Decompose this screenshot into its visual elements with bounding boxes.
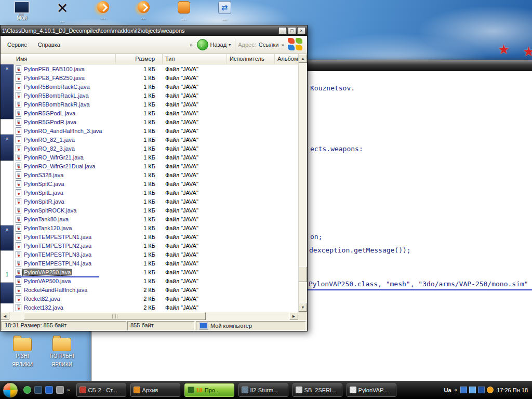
quick-launch-icon[interactable] xyxy=(56,386,64,394)
column-header-artist[interactable]: Исполнитель xyxy=(227,54,275,64)
file-row[interactable]: PylonS328.java 1 КБ Файл "JAVA" xyxy=(1,170,298,179)
file-name-cell: PylonRO_WfrGr21Dual.java xyxy=(1,163,116,170)
vertical-scroll-track[interactable] xyxy=(299,63,307,303)
tray-icon[interactable] xyxy=(460,387,467,393)
file-row[interactable]: PylonPE8_FAB250.java 1 КБ Файл "JAVA" xyxy=(1,73,298,82)
file-row[interactable]: PylonVAP250.java 1 КБ Файл "JAVA" xyxy=(1,268,298,276)
scroll-left-arrow[interactable] xyxy=(1,312,9,320)
file-row[interactable]: PylonRO_WfrGr21Dual.java 1 КБ Файл "JAVA… xyxy=(1,162,298,170)
desktop-folder-icon[interactable]: ПОТРІБНІ ЯРЛИКИ xyxy=(46,338,78,368)
taskbar-button[interactable]: PylonVAP... xyxy=(347,383,396,397)
star-icon[interactable] xyxy=(523,44,532,60)
horizontal-scrollbar-thumb[interactable] xyxy=(24,312,206,320)
taskbar-button[interactable]: 18 Про... xyxy=(184,383,234,397)
desktop-icon[interactable]: … xyxy=(46,1,79,23)
file-row[interactable]: PylonTEMPESTPLN3.java 1 КБ Файл "JAVA" xyxy=(1,250,298,259)
back-button[interactable]: Назад xyxy=(195,38,233,51)
close-button[interactable]: × xyxy=(297,27,305,34)
start-button[interactable] xyxy=(3,382,18,398)
file-row[interactable]: PylonR5BombRackR.java 1 КБ Файл "JAVA" xyxy=(1,100,298,109)
file-row[interactable]: PylonR5BombRackL.java 1 КБ Файл "JAVA" xyxy=(1,91,298,100)
file-row[interactable]: PylonPE8_FAB100.java 1 КБ Файл "JAVA" xyxy=(1,64,298,73)
file-size: 1 КБ xyxy=(116,75,163,81)
file-row[interactable]: PylonSpitR.java 1 КБ Файл "JAVA" xyxy=(1,197,298,206)
menu-help[interactable]: Справка xyxy=(34,41,64,49)
file-name-cell: PylonR5BombRackR.java xyxy=(1,101,116,108)
tray-chevron[interactable]: « xyxy=(455,387,458,393)
file-type: Файл "JAVA" xyxy=(163,260,198,267)
file-row[interactable]: PylonRO_4andHalfInch_3.java 1 КБ Файл "J… xyxy=(1,126,298,135)
links-overflow-chevron[interactable]: » xyxy=(281,42,284,48)
file-row[interactable]: PylonR5GPodL.java 1 КБ Файл "JAVA" xyxy=(1,109,298,117)
links-label[interactable]: Ссылки xyxy=(259,42,279,48)
file-row[interactable]: PylonR5GPodR.java 1 КБ Файл "JAVA" xyxy=(1,117,298,126)
scroll-down-arrow[interactable] xyxy=(299,303,307,312)
desktop-icon[interactable]: … xyxy=(86,1,119,23)
file-row[interactable]: PylonRO_82_3.java 1 КБ Файл "JAVA" xyxy=(1,144,298,153)
scroll-up-arrow[interactable] xyxy=(299,54,307,63)
file-row[interactable]: Rocket4andHalfInch.java 2 КБ Файл "JAVA" xyxy=(1,285,298,294)
toolbar-overflow-chevron[interactable]: » xyxy=(190,42,193,48)
back-dropdown-caret[interactable] xyxy=(229,43,231,47)
file-row[interactable]: PylonSpitROCK.java 1 КБ Файл "JAVA" xyxy=(1,206,298,215)
star-icon[interactable] xyxy=(498,42,510,58)
taskbar-button[interactable]: SB_2SERI... xyxy=(292,383,342,397)
desktop-icon-image xyxy=(138,1,150,13)
language-indicator[interactable]: Ua xyxy=(444,387,451,393)
collapse-chevron-icon[interactable] xyxy=(1,64,14,73)
taskbar-button[interactable]: Il2-Sturm... xyxy=(238,383,288,397)
column-header-name[interactable]: Имя xyxy=(1,54,116,64)
tray-icon[interactable] xyxy=(469,387,476,393)
column-header-size[interactable]: Размер xyxy=(116,54,163,64)
desktop-icon[interactable]: … xyxy=(127,1,160,23)
horizontal-scroll-track[interactable] xyxy=(9,312,289,320)
desktop-icon[interactable]: … xyxy=(208,1,241,23)
collapse-chevron-icon[interactable] xyxy=(1,135,14,143)
quick-launch-icon[interactable] xyxy=(45,386,53,394)
file-row[interactable]: PylonSpitC.java 1 КБ Файл "JAVA" xyxy=(1,179,298,188)
desktop-icon-image xyxy=(55,1,70,16)
file-type: Файл "JAVA" xyxy=(163,145,198,152)
maximize-button[interactable]: □ xyxy=(288,27,296,34)
quick-launch-icon[interactable] xyxy=(34,386,42,394)
quick-launch-icon[interactable] xyxy=(23,386,31,394)
column-header-album[interactable]: Альбом xyxy=(275,54,298,64)
file-row[interactable]: PylonTEMPESTPLN2.java 1 КБ Файл "JAVA" xyxy=(1,241,298,250)
collapse-chevron-icon[interactable] xyxy=(1,225,14,234)
tray-icon[interactable] xyxy=(478,387,485,393)
file-row[interactable]: PylonSpitL.java 1 КБ Файл "JAVA" xyxy=(1,188,298,197)
file-row[interactable]: PylonTEMPESTPLN1.java 1 КБ Файл "JAVA" xyxy=(1,232,298,241)
scroll-right-arrow[interactable] xyxy=(289,312,298,320)
file-row[interactable]: PylonRO_82_1.java 1 КБ Файл "JAVA" xyxy=(1,135,298,144)
vertical-scrollbar-thumb[interactable] xyxy=(299,267,307,282)
file-name-cell: PylonVAP500.java xyxy=(1,277,116,285)
vertical-scrollbar[interactable] xyxy=(298,54,307,312)
file-row[interactable]: PylonRO_WfrGr21.java 1 КБ Файл "JAVA" xyxy=(1,153,298,162)
taskbar-button[interactable]: Архив xyxy=(130,383,180,397)
horizontal-scrollbar[interactable] xyxy=(1,312,307,320)
desktop-icon[interactable]: … xyxy=(167,1,201,23)
file-row[interactable]: PylonVAP500.java 1 КБ Файл "JAVA" xyxy=(1,276,298,285)
tray-icon[interactable] xyxy=(487,387,494,393)
file-type: Файл "JAVA" xyxy=(163,92,198,99)
explorer-titlebar[interactable]: 1\ClassDump_4.10.1_DJ_Decompiled\com\mad… xyxy=(1,25,307,36)
file-type: Файл "JAVA" xyxy=(163,251,198,258)
quick-launch-chevron[interactable]: » xyxy=(67,387,70,393)
menu-service[interactable]: Сервис xyxy=(3,41,31,49)
file-row[interactable]: Rocket82.java 2 КБ Файл "JAVA" xyxy=(1,294,298,303)
file-type: Файл "JAVA" xyxy=(163,287,198,293)
file-row[interactable]: PylonTank120.java 1 КБ Файл "JAVA" xyxy=(1,223,298,232)
minimize-button[interactable]: _ xyxy=(278,27,287,34)
my-computer-icon xyxy=(199,322,208,329)
file-row[interactable]: Rocket132.java 2 КБ Файл "JAVA" xyxy=(1,303,298,312)
column-header-type[interactable]: Тип xyxy=(163,54,227,64)
file-row[interactable]: PylonTank80.java 1 КБ Файл "JAVA" xyxy=(1,215,298,223)
file-row[interactable]: PylonTEMPESTPLN4.java 1 КБ Файл "JAVA" xyxy=(1,259,298,268)
explorer-bar-label: 1 xyxy=(1,251,14,277)
desktop-folder-icon[interactable]: РІЗНІ ЯРЛИКИ xyxy=(6,338,38,368)
desktop-icon[interactable]: Мой xyxy=(5,1,38,23)
taskbar-clock[interactable]: 17:26 Пн 18 xyxy=(497,387,528,393)
file-size: 1 КБ xyxy=(116,137,163,143)
taskbar-button[interactable]: СБ-2 - Ст... xyxy=(76,383,126,397)
file-row[interactable]: PylonR5BombRackC.java 1 КБ Файл "JAVA" xyxy=(1,82,298,91)
